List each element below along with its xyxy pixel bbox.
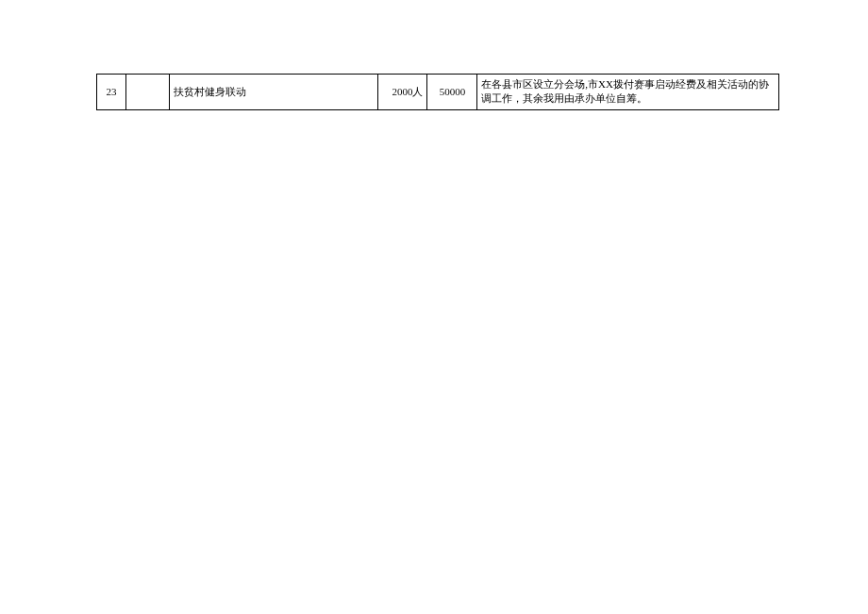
cell-amount: 50000 [427,75,477,110]
cell-empty1 [125,75,169,110]
cell-desc: 在各县市区设立分会场,市XX拨付赛事启动经费及相关活动的协调工作，其余我用由承办… [477,75,779,110]
table-row: 23 扶贫村健身联动 2000人 50000 在各县市区设立分会场,市XX拨付赛… [97,75,779,110]
data-table-container: 23 扶贫村健身联动 2000人 50000 在各县市区设立分会场,市XX拨付赛… [96,74,779,110]
data-table: 23 扶贫村健身联动 2000人 50000 在各县市区设立分会场,市XX拨付赛… [96,74,779,110]
cell-name: 扶贫村健身联动 [170,75,377,110]
cell-count: 2000人 [377,75,427,110]
cell-index: 23 [97,75,126,110]
